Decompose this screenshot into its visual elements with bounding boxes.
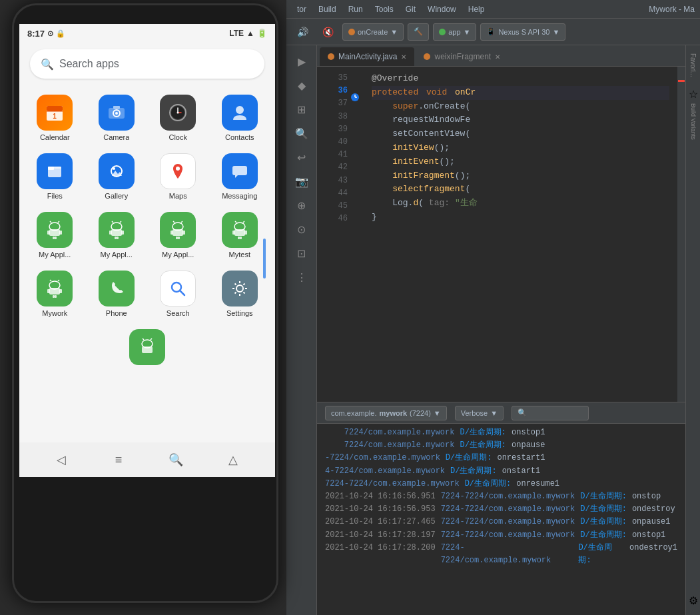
mute2-icon[interactable]: 🔇 (317, 21, 338, 43)
app-mytest[interactable]: Mytest (211, 208, 269, 263)
app-myappl3[interactable]: My Appl... (149, 208, 207, 263)
home-button[interactable]: △ (222, 449, 244, 470)
app-camera[interactable]: Camera (88, 91, 146, 145)
tab-weixin[interactable]: weixinFragment ✕ (416, 47, 508, 66)
device-selector[interactable]: 📱 Nexus S API 30 ▼ (480, 23, 565, 41)
svg-line-32 (120, 221, 121, 223)
gutter (350, 67, 364, 402)
menu-item-run[interactable]: Run (343, 2, 368, 17)
sidebar-icon-circle[interactable]: ⊙ (291, 219, 312, 240)
menu-item-window[interactable]: Window (422, 2, 462, 17)
mytest-label: Mytest (229, 251, 250, 259)
nav-bar: ◁ ≡ 🔍 △ (19, 442, 275, 477)
code-view: 35 36 37 38 39 40 41 42 43 44 45 46 (317, 67, 685, 402)
app-phone[interactable]: Phone (88, 267, 146, 321)
app-clock[interactable]: Clock (149, 91, 207, 145)
app-myappl2[interactable]: My Appl... (88, 208, 146, 263)
svg-rect-26 (47, 231, 50, 235)
sidebar-icon-diamond[interactable]: ◆ (291, 75, 312, 96)
sidebar-icon-zoom[interactable]: ⊕ (291, 195, 312, 216)
app-maps[interactable]: Maps (149, 149, 207, 204)
tab-mainactivity-close[interactable]: ✕ (401, 53, 406, 61)
app-myappl1[interactable]: My Appl... (26, 208, 84, 263)
sidebar-icon-camera[interactable]: 📷 (291, 171, 312, 192)
verbose-selector[interactable]: Verbose ▼ (455, 406, 504, 420)
menu-item-build[interactable]: Build (313, 2, 342, 17)
build-button[interactable]: 🔨 (408, 23, 429, 41)
sidebar-icon-structure[interactable]: ⊞ (291, 99, 312, 120)
tab-weixin-dot (424, 53, 430, 60)
myappl1-label: My Appl... (39, 251, 71, 259)
search-nav-button[interactable]: 🔍 (165, 449, 186, 470)
svg-rect-41 (173, 229, 183, 236)
svg-line-75 (151, 338, 152, 340)
scroll-indicator (263, 239, 266, 279)
svg-rect-51 (244, 231, 247, 235)
svg-rect-42 (171, 231, 173, 235)
settings-gear-icon[interactable]: ⚙ (689, 594, 698, 612)
menu-item-tor[interactable]: tor (292, 2, 312, 17)
menu-item-help[interactable]: Help (463, 2, 490, 17)
maps-label: Maps (169, 192, 187, 200)
code-line-46 (372, 225, 669, 239)
code-line-44: Log.d( tag: "生命 (372, 197, 669, 211)
svg-line-24 (58, 221, 59, 223)
mute-icon[interactable]: 🔊 (292, 21, 313, 43)
sidebar-icon-search[interactable]: 🔍 (291, 123, 312, 144)
package-selector[interactable]: com.example.mywork (7224) ▼ (325, 406, 447, 420)
app-search[interactable]: Search (149, 267, 207, 321)
sidebar-icon-back[interactable]: ↩ (291, 147, 312, 168)
svg-rect-35 (121, 231, 124, 235)
ide-container: tor Build Run Tools Git Window Help Mywo… (286, 0, 700, 615)
menu-item-tools[interactable]: Tools (370, 2, 399, 17)
log-search-bar[interactable]: 🔍 (512, 406, 589, 420)
camera-label: Camera (103, 133, 129, 141)
menu-button[interactable]: ≡ (108, 449, 129, 470)
profile-icon: ⊙ (47, 29, 53, 38)
oncreate-selector[interactable]: onCreate ▼ (342, 23, 404, 41)
svg-point-12 (177, 112, 179, 114)
log-search-input[interactable] (529, 409, 583, 417)
favorites-tab[interactable]: Favori... (687, 48, 699, 83)
code-line-45: } (372, 211, 669, 225)
app-messaging[interactable]: Messaging (211, 149, 269, 204)
error-marker (678, 80, 685, 82)
app-config-selector[interactable]: app ▼ (433, 23, 476, 41)
svg-line-63 (180, 291, 184, 295)
menu-item-git[interactable]: Git (400, 2, 421, 17)
app-calendar[interactable]: 1 Calendar (26, 91, 84, 145)
tab-weixin-close[interactable]: ✕ (495, 53, 500, 61)
phone-search-bar[interactable]: 🔍 Search apps (30, 49, 264, 79)
log-search-icon: 🔍 (518, 408, 527, 417)
phone-screen: 8:17 ⊙ 🔒 LTE ▲ 🔋 🔍 Search apps (19, 24, 275, 477)
app-mywork[interactable]: Mywork (26, 267, 84, 321)
app-gallery[interactable]: Gallery (88, 149, 146, 204)
log-line-2: -7224/com.example.mywork D/生命周期: onresta… (325, 452, 677, 464)
oncreate-dot (348, 29, 355, 35)
myappl2-icon (99, 212, 135, 248)
battery-icon: 🔋 (257, 29, 267, 38)
code-line-37: super.onCreate( (372, 100, 669, 114)
search-label: Search (167, 309, 190, 317)
sidebar-icon-run[interactable]: ▶ (291, 51, 312, 72)
ide-tabs: MainActivity.java ✕ weixinFragment ✕ (317, 45, 685, 67)
code-line-36: protected void onCr (372, 86, 669, 100)
app-files[interactable]: Files (26, 149, 84, 204)
tab-mainactivity[interactable]: MainActivity.java ✕ (320, 47, 414, 66)
tab-weixin-label: weixinFragment (434, 52, 491, 61)
left-sidebar: ▶ ◆ ⊞ 🔍 ↩ 📷 ⊕ ⊙ ⊡ ⋮ (286, 45, 317, 615)
svg-line-23 (50, 221, 51, 223)
code-line-35: @Override (372, 72, 669, 86)
app-settings[interactable]: Settings (211, 267, 269, 321)
log-area: 7224/com.example.mywork D/生命周期: onstop1 … (317, 424, 685, 615)
svg-rect-1 (47, 106, 63, 111)
bottom-toolbar: com.example.mywork (7224) ▼ Verbose ▼ 🔍 (317, 402, 685, 424)
svg-rect-58 (47, 289, 50, 293)
sidebar-icon-square[interactable]: ⊡ (291, 243, 312, 264)
log-line-3: 4-7224/com.example.mywork D/生命周期: onstar… (325, 465, 677, 478)
app-contacts[interactable]: Contacts (211, 91, 269, 145)
settings-label: Settings (226, 309, 253, 317)
sidebar-icon-dots[interactable]: ⋮ (291, 267, 312, 288)
svg-rect-43 (182, 231, 185, 235)
back-button[interactable]: ◁ (51, 449, 72, 470)
